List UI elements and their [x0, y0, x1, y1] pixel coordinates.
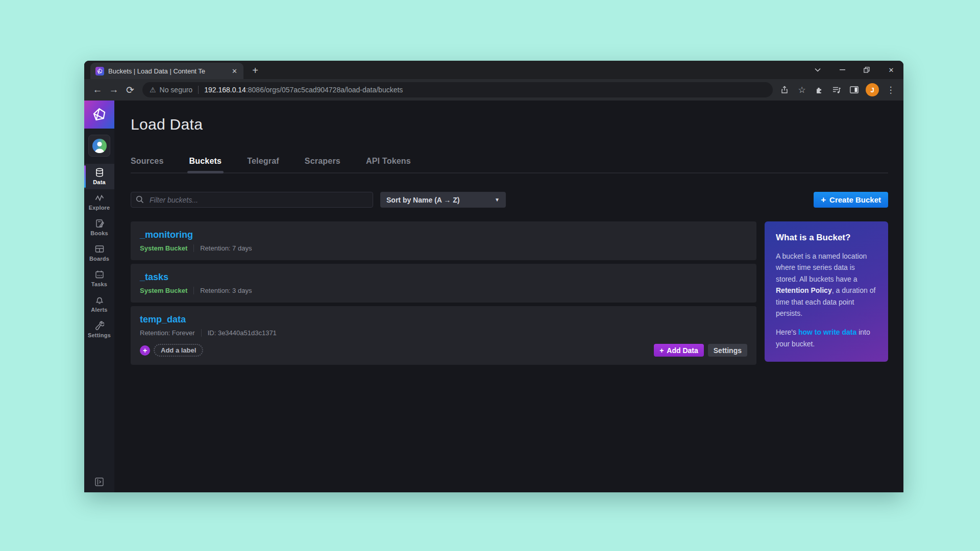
sidebar-item-label: Books	[90, 230, 108, 236]
bucket-list: _monitoring System Bucket Retention: 7 d…	[131, 221, 756, 365]
browser-tab-strip: Buckets | Load Data | Content Te ✕ + ✕	[84, 61, 903, 79]
user-avatar-icon	[92, 139, 107, 153]
new-tab-button[interactable]: +	[248, 63, 263, 78]
browser-tab[interactable]: Buckets | Load Data | Content Te ✕	[90, 63, 243, 79]
expand-sidebar-icon[interactable]	[95, 478, 104, 486]
browser-menu-icon[interactable]: ⋮	[883, 82, 898, 97]
browser-window: Buckets | Load Data | Content Te ✕ + ✕	[84, 61, 903, 492]
bell-icon	[95, 295, 104, 305]
create-bucket-label: Create Bucket	[829, 195, 881, 204]
app-sidebar: Data Explore	[84, 101, 114, 492]
bookmark-star-icon[interactable]: ☆	[794, 82, 810, 97]
sidebar-item-books[interactable]: Books	[84, 215, 114, 240]
share-icon[interactable]	[777, 82, 792, 97]
how-to-write-data-link[interactable]: how to write data	[798, 328, 856, 336]
tab-scrapers[interactable]: Scrapers	[305, 157, 340, 166]
add-data-button[interactable]: + Add Data	[654, 344, 704, 357]
toolbar-icons: ☆ J ⋮	[777, 82, 898, 97]
panel-text: Here's	[776, 328, 798, 336]
bucket-name-link[interactable]: _monitoring	[140, 230, 193, 240]
bucket-name-link[interactable]: _tasks	[140, 272, 168, 283]
bucket-row-temp-data: temp_data Retention: Forever ID: 3e3440a…	[131, 306, 756, 365]
sidebar-item-label: Data	[93, 179, 106, 185]
bucket-meta: System Bucket Retention: 3 days	[140, 287, 747, 294]
panel-body: A bucket is a named location where time …	[776, 251, 877, 319]
tab-telegraf[interactable]: Telegraf	[247, 157, 279, 166]
sidebar-item-label: Boards	[89, 256, 109, 262]
sidebar-item-label: Settings	[88, 332, 111, 338]
retention-text: Retention: 3 days	[200, 287, 252, 294]
not-secure-label: No seguro	[160, 86, 193, 94]
add-label-button[interactable]: Add a label	[154, 344, 203, 357]
tab-search-icon[interactable]	[805, 61, 830, 79]
meta-divider	[201, 329, 202, 337]
url-host: 192.168.0.14	[204, 86, 246, 94]
panel-bold-text: Retention Policy	[776, 286, 832, 294]
bucket-actions-row: + Add a label + Add Data Settings	[140, 344, 747, 357]
browser-toolbar: ← → ⟳ ⚠ No seguro 192.168.0.14 :8086/org…	[84, 79, 903, 101]
meta-divider	[193, 287, 194, 294]
restore-button[interactable]	[854, 61, 879, 79]
influxdb-favicon	[95, 67, 104, 76]
chevron-down-icon: ▼	[495, 197, 500, 203]
what-is-bucket-panel: What is a Bucket? A bucket is a named lo…	[765, 221, 888, 362]
reload-button[interactable]: ⟳	[122, 82, 138, 98]
bucket-meta: Retention: Forever ID: 3e3440a51d3c1371	[140, 329, 747, 337]
create-bucket-button[interactable]: + Create Bucket	[814, 192, 888, 208]
system-bucket-badge: System Bucket	[140, 287, 187, 294]
filter-buckets-field	[131, 192, 373, 208]
main-content: Load Data Sources Buckets Telegraf Scrap…	[114, 101, 903, 492]
load-data-tabs: Sources Buckets Telegraf Scrapers API To…	[131, 157, 888, 173]
forward-button[interactable]: →	[106, 82, 122, 98]
bucket-row-tasks: _tasks System Bucket Retention: 3 days	[131, 264, 756, 303]
user-avatar-button[interactable]	[88, 135, 110, 157]
influxdb-app: Data Explore	[84, 101, 903, 492]
extensions-puzzle-icon[interactable]	[812, 82, 827, 97]
sidebar-item-boards[interactable]: Boards	[84, 240, 114, 266]
tab-sources[interactable]: Sources	[131, 157, 164, 166]
retention-text: Retention: Forever	[140, 329, 195, 337]
close-window-button[interactable]: ✕	[879, 61, 903, 79]
profile-avatar[interactable]: J	[866, 83, 879, 96]
tab-close-icon[interactable]: ✕	[231, 67, 238, 75]
url-divider	[198, 86, 199, 94]
panel-text: A bucket is a named location where time …	[776, 252, 867, 283]
bucket-settings-button[interactable]: Settings	[708, 344, 747, 357]
settings-label: Settings	[714, 346, 742, 355]
sidebar-item-tasks[interactable]: Tasks	[84, 266, 114, 291]
search-icon	[136, 195, 144, 204]
sidebar-item-explore[interactable]: Explore	[84, 189, 114, 215]
sidebar-item-data[interactable]: Data	[84, 164, 114, 189]
sidebar-item-settings[interactable]: Settings	[84, 317, 114, 342]
window-controls: ✕	[805, 61, 903, 79]
sidebar-nav: Data Explore	[84, 164, 114, 342]
wrench-icon	[95, 321, 104, 330]
sidebar-item-label: Explore	[89, 205, 110, 211]
back-button[interactable]: ←	[89, 82, 106, 98]
filter-buckets-input[interactable]	[131, 192, 373, 208]
add-label-plus-icon[interactable]: +	[140, 345, 150, 356]
sidebar-item-alerts[interactable]: Alerts	[84, 291, 114, 317]
address-bar[interactable]: ⚠ No seguro 192.168.0.14 :8086/orgs/057a…	[142, 82, 773, 97]
side-panel-icon[interactable]	[846, 82, 862, 97]
influxdb-logo[interactable]	[84, 101, 114, 129]
add-data-label: Add Data	[667, 346, 698, 355]
notebook-icon	[95, 219, 104, 228]
bucket-row-monitoring: _monitoring System Bucket Retention: 7 d…	[131, 221, 756, 260]
url-path: :8086/orgs/057ac5cad904728a/load-data/bu…	[246, 86, 403, 94]
bucket-meta: System Bucket Retention: 7 days	[140, 244, 747, 252]
graph-line-icon	[95, 193, 104, 203]
plus-icon: +	[821, 195, 826, 205]
sidebar-item-label: Alerts	[91, 307, 107, 313]
page-title: Load Data	[131, 116, 888, 133]
sort-label: Sort by Name (A → Z)	[386, 196, 459, 204]
media-controls-icon[interactable]	[829, 82, 844, 97]
retention-text: Retention: 7 days	[200, 244, 252, 252]
sort-dropdown[interactable]: Sort by Name (A → Z) ▼	[380, 192, 506, 208]
tab-api-tokens[interactable]: API Tokens	[366, 157, 411, 166]
minimize-button[interactable]	[830, 61, 854, 79]
tab-buckets[interactable]: Buckets	[189, 157, 222, 166]
bucket-name-link[interactable]: temp_data	[140, 314, 186, 325]
tab-title: Buckets | Load Data | Content Te	[108, 67, 227, 75]
panel-title: What is a Bucket?	[776, 233, 877, 243]
